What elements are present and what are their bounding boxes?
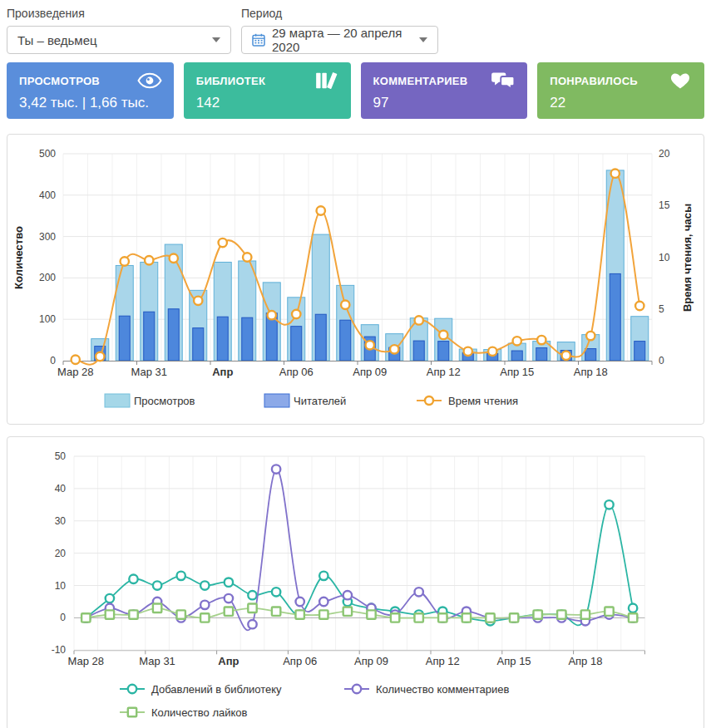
axis-label: Количество лайков <box>151 706 248 719</box>
works-select[interactable]: Ты – ведьмец <box>7 26 231 54</box>
axis-label: 30 <box>55 515 67 527</box>
reading-time-marker <box>635 302 644 310</box>
likes-count-marker <box>557 610 565 618</box>
axis-label: 5 <box>659 303 664 315</box>
likes-count-marker <box>319 610 328 618</box>
libraries-card: БИБЛИОТЕК 142 <box>184 62 351 119</box>
reading-time-marker <box>268 311 276 319</box>
readers-bar <box>610 273 620 361</box>
stat-card-label: ПРОСМОТРОВ <box>19 75 100 87</box>
readers-bar <box>438 342 449 361</box>
library-adds-marker <box>319 572 328 580</box>
engagement-chart-panel: -1001020304050Мар 28Мар 31АпрАпр 06Апр 0… <box>7 436 704 728</box>
reading-time-marker <box>219 239 227 247</box>
legend-reading-time[interactable]: Время чтения <box>417 395 518 407</box>
comments-card: КОММЕНТАРИЕВ 97 <box>361 62 528 119</box>
likes-count-marker <box>510 613 518 622</box>
likes-count-marker <box>343 607 352 615</box>
axis-label: Количество комментариев <box>376 683 510 696</box>
stat-card-value: 97 <box>373 95 516 111</box>
library-adds-marker <box>106 594 114 603</box>
likes-count-marker <box>153 604 161 612</box>
library-adds-marker <box>177 572 185 580</box>
legend: Добавлений в библиотекуКоличество коммен… <box>120 683 510 719</box>
legend-marker <box>128 685 136 693</box>
axis-label: Апр 18 <box>568 655 602 667</box>
axis-label: 20 <box>659 148 670 160</box>
axis-label: Мар 28 <box>57 366 94 378</box>
reading-time-marker <box>415 316 423 324</box>
readers-bar <box>340 320 351 361</box>
reading-time-marker <box>243 253 251 261</box>
likes-count-marker <box>415 613 423 622</box>
likes-count-marker <box>129 610 137 618</box>
comments-count-marker <box>415 588 423 596</box>
axis-label: Апр <box>218 655 239 667</box>
likes-count-marker <box>248 604 256 612</box>
likes-count-marker <box>367 610 375 618</box>
likes-count-marker <box>272 607 280 615</box>
axis-label: Время чтения <box>448 395 518 407</box>
library-adds-marker <box>248 591 256 599</box>
legend-comments[interactable]: Количество комментариев <box>344 683 510 696</box>
stat-card-label: ПОНРАВИЛОСЬ <box>550 75 638 87</box>
axis-labels: -1001020304050Мар 28Мар 31АпрАпр 06Апр 0… <box>52 450 603 667</box>
library-adds-marker <box>200 581 209 589</box>
axis-label: Апр 15 <box>497 655 531 667</box>
stat-card-value: 22 <box>550 95 693 111</box>
axis-label: Количество <box>12 226 25 289</box>
likes-count-marker <box>486 613 494 622</box>
legend-likes[interactable]: Количество лайков <box>120 706 248 719</box>
readers-bar <box>193 328 204 361</box>
reading-time-marker <box>145 256 153 264</box>
reading-time-marker <box>488 347 496 356</box>
axis-label: 50 <box>55 450 67 462</box>
views-readers-chart-panel: 010020030040050005101520Мар 28Мар 31АпрА… <box>7 134 704 425</box>
comments-count-marker <box>296 598 304 606</box>
likes-count-marker <box>605 607 613 615</box>
legend-views[interactable]: Просмотров <box>105 394 195 407</box>
period-value: 29 марта — 20 апреля 2020 <box>272 26 412 54</box>
legend: ПросмотровЧитателейВремя чтения <box>105 394 518 407</box>
readers-bar <box>315 314 326 361</box>
axis-label: Время чтения, часы <box>681 204 694 312</box>
period-button[interactable]: 29 марта — 20 апреля 2020 <box>241 26 438 54</box>
axis-label: Апр 09 <box>353 366 387 378</box>
axis-label: Апр 09 <box>354 655 388 667</box>
likes-count-marker <box>629 613 637 622</box>
axis-label: Апр 06 <box>279 366 314 378</box>
reading-time-marker <box>390 345 398 353</box>
axis-label: 0 <box>60 612 66 623</box>
comments-icon <box>491 71 516 90</box>
likes-count-marker <box>225 607 233 615</box>
legend-marker <box>353 685 361 693</box>
likes-count-marker <box>296 610 304 618</box>
likes-card: ПОНРАВИЛОСЬ 22 <box>537 62 704 119</box>
axis-label: Добавлений в библиотеку <box>151 683 282 696</box>
readers-bar <box>217 317 228 361</box>
likes-count-marker <box>81 613 90 622</box>
books-icon <box>314 71 339 90</box>
likes-count-marker <box>106 610 114 618</box>
stat-card-label: БИБЛИОТЕК <box>196 75 266 87</box>
axis-label: Апр 12 <box>426 655 460 667</box>
axis-label: 10 <box>659 252 670 263</box>
axis-label: 20 <box>55 548 67 559</box>
reading-time-marker <box>194 297 202 305</box>
legend-readers[interactable]: Читателей <box>264 394 346 407</box>
axis-label: Мар 31 <box>139 655 175 667</box>
reading-time-marker <box>562 352 570 360</box>
readers-bar <box>511 351 522 361</box>
axis-label: 0 <box>50 355 56 366</box>
chevron-down-icon <box>419 37 427 42</box>
likes-count-marker <box>177 610 185 618</box>
readers-bar <box>413 341 424 361</box>
calendar-icon <box>252 33 265 47</box>
legend-library-adds[interactable]: Добавлений в библиотеку <box>120 683 282 696</box>
engagement-chart: -1001020304050Мар 28Мар 31АпрАпр 06Апр 0… <box>7 437 704 728</box>
reading-time-marker <box>292 310 300 318</box>
comments-count-marker <box>225 594 233 603</box>
axis-label: Читателей <box>294 395 346 407</box>
period-filter-group: Период 29 марта — 20 апреля 2020 <box>241 7 438 54</box>
comments-count-marker <box>343 591 352 599</box>
